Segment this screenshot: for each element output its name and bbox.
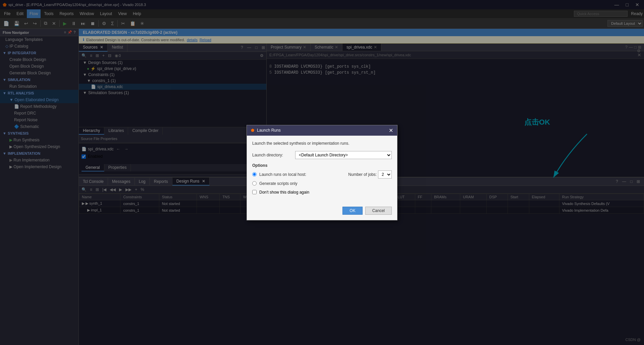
dialog-footer: OK Cancel (247, 204, 397, 220)
dialog-launch-dir-row: Launch directory: <Default Launch Direct… (252, 151, 392, 159)
dialog-launch-local-row: Launch runs on local host: Number of job… (252, 170, 392, 179)
dialog-close-button[interactable]: ✕ (389, 127, 393, 134)
dialog-overlay: ⬟ Launch Runs ✕ Launch the selected synt… (0, 0, 644, 345)
launch-runs-dialog: ⬟ Launch Runs ✕ Launch the selected synt… (247, 125, 397, 220)
dialog-title-text: Launch Runs (257, 128, 281, 133)
dialog-launch-local-radio[interactable] (252, 172, 257, 177)
dialog-dont-show-checkbox[interactable] (252, 190, 257, 194)
dialog-description: Launch the selected synthesis or impleme… (252, 141, 392, 146)
dialog-launch-local-label: Launch runs on local host: (259, 172, 306, 177)
dialog-title-bar: ⬟ Launch Runs ✕ (247, 125, 397, 136)
dialog-dont-show-label: Don't show this dialog again (259, 190, 309, 195)
dialog-gen-scripts-row: Generate scripts only (252, 181, 392, 186)
jobs-label: Number of jobs: (348, 172, 377, 177)
dialog-gen-scripts-label: Generate scripts only (259, 181, 297, 186)
dialog-launch-dir-label: Launch directory: (252, 153, 292, 157)
dialog-body: Launch the selected synthesis or impleme… (247, 136, 397, 204)
dialog-title-icon: ⬟ (251, 128, 254, 133)
dialog-dont-show-row: Don't show this dialog again (252, 190, 392, 195)
dialog-num-jobs: Number of jobs: 1 2 4 8 (348, 170, 392, 179)
dialog-launch-dir-select[interactable]: <Default Launch Directory> (295, 151, 392, 159)
dialog-title-left: ⬟ Launch Runs (251, 128, 281, 133)
jobs-select[interactable]: 1 2 4 8 (378, 170, 392, 179)
dialog-cancel-button[interactable]: Cancel (365, 207, 392, 215)
dialog-options-label: Options (252, 163, 392, 168)
dialog-ok-button[interactable]: OK (342, 207, 362, 215)
dialog-gen-scripts-radio[interactable] (252, 181, 257, 186)
